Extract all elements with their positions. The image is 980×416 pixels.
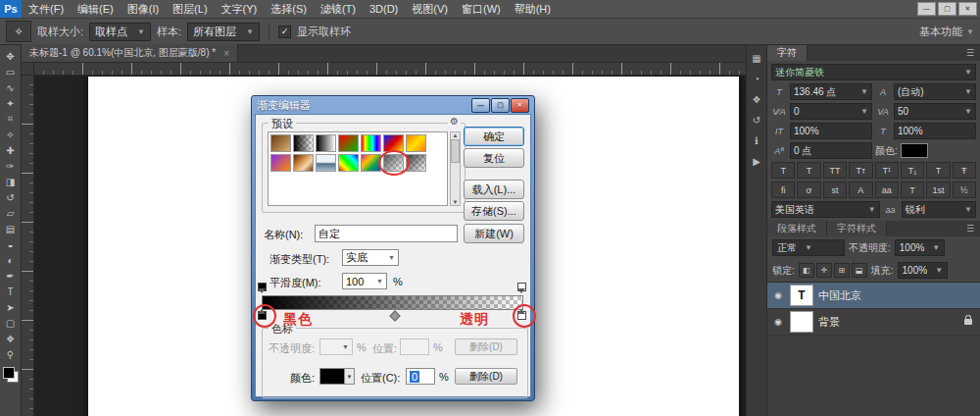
layer-opacity-field[interactable]: 100% ▼ [895, 239, 946, 256]
window-control-0[interactable]: — [917, 2, 936, 16]
visibility-eye-icon[interactable]: ◉ [771, 317, 785, 327]
menu-item-0[interactable]: 文件(F) [22, 0, 71, 18]
gradient-preset-chrome[interactable] [316, 154, 336, 172]
stop-position2-field[interactable]: 0 [406, 368, 435, 385]
panel-actions-icon[interactable]: ▶ [753, 156, 760, 167]
layer-fill-field[interactable]: 100% ▼ [898, 262, 949, 279]
lock-option-icon-2[interactable]: ⊞ [834, 263, 850, 278]
show-ring-checkbox[interactable]: ✓ [278, 26, 291, 38]
font-family-select[interactable]: 迷你简菱铁 ▼ [771, 64, 976, 80]
clone-stamp-tool-icon[interactable]: ◨ [0, 174, 21, 189]
text-style-button-2[interactable]: TT [823, 162, 847, 179]
sample-dropdown[interactable]: 所有图层 ▼ [187, 23, 260, 41]
tab-character-styles[interactable]: 字符样式 [827, 221, 887, 236]
window-control-1[interactable]: ▢ [938, 2, 956, 16]
workspace-switcher[interactable]: 基本功能 ▼ [919, 25, 974, 39]
panel-styles-icon[interactable]: ❖ [753, 94, 761, 105]
new-button[interactable]: 新建(W) [464, 224, 524, 243]
scroll-down-icon[interactable]: ▼ [453, 199, 459, 205]
panel-menu-icon[interactable]: ☰ [960, 224, 980, 234]
path-selection-tool-icon[interactable]: ➤ [0, 299, 21, 315]
document-tab[interactable]: 未标题-1 @ 60.1%(中国北京, 图层蒙版/8) * × [22, 44, 238, 62]
zoom-tool-icon[interactable]: ⚲ [0, 346, 21, 362]
text-style-button-4[interactable]: T¹ [875, 162, 899, 179]
font-size-select[interactable]: 136.46 点▼ [790, 83, 872, 100]
menu-item-5[interactable]: 选择(S) [264, 0, 314, 18]
sample-size-dropdown[interactable]: 取样点 ▼ [89, 23, 151, 41]
ok-button[interactable]: 确定 [464, 127, 524, 146]
panel-history-icon[interactable]: ↺ [753, 115, 760, 126]
quick-selection-tool-icon[interactable]: ✦ [0, 95, 21, 111]
brush-tool-icon[interactable]: ✑ [0, 158, 21, 174]
text-style-button-6[interactable]: T [926, 162, 950, 179]
eyedropper-tool-icon[interactable]: ✧ [0, 127, 21, 142]
midpoint-marker[interactable] [389, 310, 400, 321]
gradient-preset-foreground-to-background[interactable] [270, 134, 291, 152]
delete-color-stop-button[interactable]: 删除(D) [455, 368, 517, 385]
dialog-window-control-2[interactable]: ✕ [511, 98, 529, 113]
dialog-window-control-1[interactable]: ▢ [491, 98, 510, 113]
opacity-stop-left[interactable] [258, 283, 267, 291]
layer-row[interactable]: ◉T中国北京 [767, 283, 980, 309]
reset-button[interactable]: 复位 [464, 148, 524, 168]
crop-tool-icon[interactable]: ⌗ [0, 111, 21, 127]
gradient-preset-black-white[interactable] [316, 134, 336, 152]
kerning-select[interactable]: 0▼ [790, 103, 872, 120]
opentype-button-0[interactable]: fi [771, 182, 795, 198]
opentype-button-7[interactable]: ½ [953, 182, 976, 198]
baseline-shift-field[interactable]: 0 点 [790, 142, 872, 159]
load-button[interactable]: 载入(L)... [464, 180, 524, 199]
menu-item-7[interactable]: 3D(D) [363, 0, 405, 18]
blur-tool-icon[interactable]: ◒ [0, 236, 21, 252]
shape-tool-icon[interactable]: ▢ [0, 315, 21, 331]
opentype-button-5[interactable]: T [901, 182, 924, 198]
dodge-tool-icon[interactable]: ◐ [0, 252, 21, 268]
menu-item-2[interactable]: 图像(I) [121, 0, 166, 18]
eraser-tool-icon[interactable]: ▱ [0, 205, 21, 221]
dialog-window-control-0[interactable]: — [471, 98, 490, 113]
menu-item-3[interactable]: 图层(L) [166, 0, 214, 18]
horizontal-scale-field[interactable]: 100% [894, 123, 976, 139]
menu-item-8[interactable]: 视图(V) [405, 0, 455, 18]
lock-option-icon-0[interactable]: ◧ [799, 263, 814, 278]
foreground-color-swatch[interactable] [3, 367, 15, 379]
menu-item-6[interactable]: 滤镜(T) [314, 0, 363, 18]
gradient-preset-spectrum-stripes[interactable] [338, 154, 359, 172]
visibility-eye-icon[interactable]: ◉ [771, 290, 785, 300]
gradient-preset-copper[interactable] [293, 154, 314, 172]
menu-item-9[interactable]: 窗口(W) [455, 0, 508, 18]
dialog-title-bar[interactable]: 渐变编辑器 —▢✕ [252, 96, 534, 114]
gradient-preset-orange-yellow-orange[interactable] [406, 134, 426, 152]
hand-tool-icon[interactable]: ❖ [0, 331, 21, 346]
scrollbar-thumb[interactable] [451, 139, 460, 163]
panel-adjustments-icon[interactable]: ◔ [754, 74, 760, 84]
text-style-button-3[interactable]: Tт [849, 162, 872, 179]
opentype-button-6[interactable]: 1st [926, 182, 950, 198]
gradient-name-input[interactable] [315, 225, 458, 242]
healing-brush-tool-icon[interactable]: ✚ [0, 142, 21, 158]
presets-scrollbar[interactable]: ▲ ▼ [450, 131, 461, 206]
menu-item-10[interactable]: 帮助(H) [508, 0, 558, 18]
horizontal-ruler[interactable] [33, 63, 746, 76]
vertical-ruler[interactable] [22, 75, 34, 416]
scroll-up-icon[interactable]: ▲ [453, 132, 459, 138]
text-style-button-5[interactable]: T₁ [901, 162, 924, 179]
window-control-2[interactable]: ✕ [958, 2, 977, 16]
pen-tool-icon[interactable]: ✒ [0, 268, 21, 284]
panel-swatches-icon[interactable]: ▦ [752, 53, 760, 64]
text-style-button-1[interactable]: T [797, 162, 820, 179]
language-select[interactable]: 美国英语▼ [771, 201, 880, 218]
marquee-tool-icon[interactable]: ▭ [0, 64, 21, 79]
gradient-preview-bar[interactable] [262, 295, 523, 310]
opentype-button-1[interactable]: ơ [797, 182, 820, 198]
gradient-preset-red-green[interactable] [338, 134, 359, 152]
gear-icon[interactable]: ⚙ [448, 116, 461, 127]
lock-option-icon-3[interactable]: ⬓ [852, 263, 867, 278]
gradient-tool-icon[interactable]: ▤ [0, 221, 21, 236]
lock-option-icon-1[interactable]: ✛ [816, 263, 832, 278]
vertical-scale-field[interactable]: 100% [790, 123, 872, 139]
tracking-select[interactable]: 50▼ [894, 103, 976, 120]
tab-character[interactable]: 字符 [767, 45, 808, 61]
leading-select[interactable]: (自动)▼ [894, 83, 976, 100]
gradient-type-select[interactable]: 实底 ▼ [342, 249, 399, 266]
